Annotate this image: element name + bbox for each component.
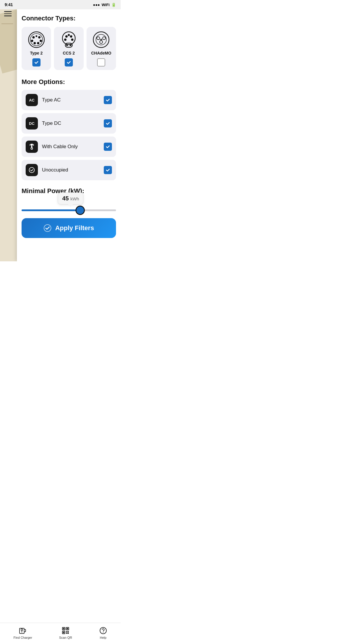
svg-point-13: [71, 38, 73, 41]
type-dc-checkbox[interactable]: [104, 119, 112, 127]
svg-rect-25: [31, 144, 33, 145]
ccs2-name: CCS 2: [63, 51, 75, 55]
svg-point-17: [70, 44, 71, 46]
slider-unit: kWh: [70, 196, 79, 201]
type-ac-label: Type AC: [42, 97, 104, 103]
slider-thumb[interactable]: [75, 206, 85, 215]
chademo-icon: [92, 31, 110, 48]
svg-point-14: [68, 34, 70, 36]
unoccupied-label: Unoccupied: [42, 167, 104, 173]
svg-point-2: [32, 36, 35, 38]
svg-point-6: [34, 42, 36, 44]
type-dc-badge: DC: [26, 117, 38, 130]
svg-point-10: [65, 35, 68, 38]
check-circle-icon: [29, 167, 35, 173]
svg-point-5: [40, 40, 42, 42]
option-row-unoccupied[interactable]: Unoccupied: [22, 160, 116, 180]
svg-point-31: [44, 225, 51, 232]
more-options-section: More Options: AC Type AC DC Type DC: [22, 78, 116, 180]
svg-point-3: [38, 36, 41, 38]
content-panel: Connector Types: Type 2: [17, 9, 121, 261]
svg-point-22: [100, 41, 103, 43]
option-row-cable-only[interactable]: With Cable Only: [22, 136, 116, 157]
svg-point-20: [97, 37, 100, 40]
type2-icon: [28, 31, 45, 48]
connector-cards-container: Type 2 CCS 2: [22, 27, 116, 70]
chademo-name: CHAdeMO: [91, 51, 111, 55]
apply-filters-button[interactable]: Apply Filters: [22, 218, 116, 238]
type-ac-badge: AC: [26, 94, 38, 106]
plug-icon: [29, 144, 35, 150]
svg-point-9: [62, 32, 75, 45]
ccs2-checkbox[interactable]: [65, 58, 73, 66]
type-dc-label: Type DC: [42, 120, 104, 126]
svg-point-12: [64, 38, 66, 41]
status-time: 9:41: [5, 2, 13, 7]
unoccupied-checkbox[interactable]: [104, 166, 112, 174]
connector-types-section: Connector Types: Type 2: [22, 15, 116, 70]
hamburger-menu[interactable]: [4, 11, 12, 16]
map-background: [0, 0, 17, 261]
svg-point-8: [36, 35, 37, 37]
svg-point-27: [31, 148, 33, 149]
apply-check-icon: [43, 224, 52, 232]
svg-point-21: [103, 37, 106, 40]
status-bar: 9:41 ●●● WiFi 🔋: [0, 0, 121, 9]
apply-button-label: Apply Filters: [55, 224, 94, 232]
slider-value: 45: [62, 195, 69, 202]
chademo-checkbox[interactable]: [97, 58, 105, 66]
power-slider-container: 45 kWh: [22, 209, 116, 211]
svg-point-30: [29, 167, 34, 173]
cable-only-checkbox[interactable]: [104, 143, 112, 151]
status-icons: ●●● WiFi 🔋: [93, 3, 116, 7]
cable-only-label: With Cable Only: [42, 144, 104, 150]
connector-types-title: Connector Types:: [22, 15, 116, 22]
slider-tooltip: 45 kWh: [58, 192, 84, 204]
connector-card-chademo[interactable]: CHAdeMO: [87, 27, 116, 70]
more-options-title: More Options:: [22, 78, 116, 86]
svg-point-7: [37, 42, 39, 44]
connector-card-ccs2[interactable]: CCS 2: [54, 27, 83, 70]
slider-fill: [22, 209, 80, 211]
option-row-type-ac[interactable]: AC Type AC: [22, 90, 116, 110]
type2-name: Type 2: [30, 51, 43, 55]
svg-point-16: [66, 44, 68, 46]
svg-point-4: [31, 40, 33, 42]
cable-only-badge: [26, 141, 38, 153]
svg-rect-26: [31, 145, 32, 148]
svg-point-0: [29, 32, 44, 48]
ccs2-icon: [60, 31, 78, 48]
option-row-type-dc[interactable]: DC Type DC: [22, 113, 116, 134]
svg-point-11: [70, 35, 72, 38]
type-ac-badge-text: AC: [29, 98, 35, 102]
type2-checkbox[interactable]: [32, 58, 41, 66]
type-dc-badge-text: DC: [29, 121, 35, 126]
unoccupied-badge: [26, 164, 38, 176]
slider-track: [22, 209, 116, 211]
connector-card-type2[interactable]: Type 2: [22, 27, 51, 70]
minimal-power-section: Minimal Power (kW): 45 kWh Apply Filters: [22, 187, 116, 238]
type-ac-checkbox[interactable]: [104, 96, 112, 104]
